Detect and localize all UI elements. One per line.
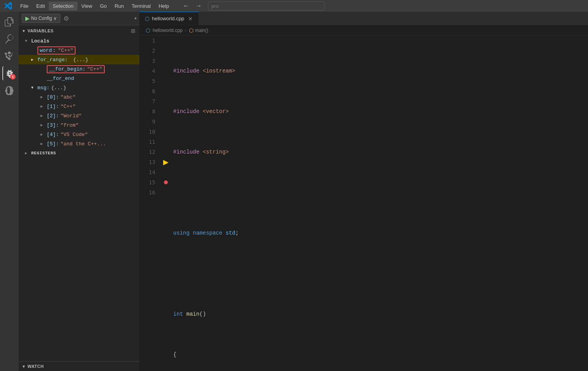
gutter: ▶	[162, 35, 170, 371]
variables-chevron-icon: ▼	[22, 29, 26, 33]
registers-expand-icon: ▶	[25, 151, 31, 155]
code-line-3: #include <string>	[170, 147, 588, 157]
variables-section-header[interactable]: ▼ VARIABLES ⊞	[19, 25, 139, 36]
play-icon: ▶	[25, 15, 30, 21]
back-button[interactable]: ←	[181, 2, 192, 10]
titlebar: File Edit Selection View Go Run Terminal…	[0, 0, 588, 12]
menu-view[interactable]: View	[77, 2, 96, 11]
var-msg[interactable]: ▼ msg: {...}	[19, 83, 139, 92]
vscode-logo-icon	[4, 2, 12, 10]
expand-all-button[interactable]: ⊞	[130, 28, 136, 34]
debug-config-chevron: ∨	[53, 16, 57, 21]
msg-4-expand-icon: ▶	[40, 132, 47, 137]
var-msg-1[interactable]: ▶ [1]: "C++"	[19, 102, 139, 111]
breadcrumb-function[interactable]: ⬡ main()	[189, 27, 208, 34]
breadcrumb-separator: ›	[185, 28, 187, 33]
var-msg-4[interactable]: ▶ [4]: "VS Code"	[19, 130, 139, 139]
code-line-1: #include <iostream>	[170, 66, 588, 76]
watch-chevron-icon: ▼	[22, 364, 26, 369]
registers-label: Registers	[31, 151, 56, 155]
tab-bar: ⬡ helloworld.cpp ✕	[139, 12, 588, 25]
var-word-value: word:"C++"	[37, 46, 76, 55]
menu-file[interactable]: File	[16, 2, 32, 11]
tab-close-button[interactable]: ✕	[188, 16, 193, 22]
debug-toolbar: ▶ No Config ∨ ⚙	[19, 12, 139, 25]
debug-current-arrow-icon: ▶	[163, 159, 169, 166]
code-line-2: #include <vector>	[170, 106, 588, 117]
code-lines: #include <iostream> #include <vector> #i…	[170, 35, 588, 371]
activity-extensions[interactable]	[2, 83, 16, 97]
code-line-8: {	[170, 350, 588, 360]
locals-label: Locals	[31, 38, 49, 44]
debug-sidebar: ▶ No Config ∨ ⚙ ▼ VARIABLES ⊞ ▼ Locals	[19, 12, 139, 371]
breadcrumb-fn-label: main()	[195, 28, 208, 33]
variable-tree: ▼ Locals word:"C++" ▶ for_range: {...}	[19, 36, 139, 361]
activity-bar: 1	[0, 12, 19, 371]
code-line-4	[170, 187, 588, 198]
breakpoint-dot-icon	[164, 180, 168, 184]
var-for-begin[interactable]: __for_begin:"C++"	[19, 64, 139, 74]
var-msg-3[interactable]: ▶ [3]: "from"	[19, 120, 139, 130]
tab-helloworld[interactable]: ⬡ helloworld.cpp ✕	[139, 12, 199, 25]
menu-edit[interactable]: Edit	[32, 2, 49, 11]
var-for-begin-value: __for_begin:"C++"	[47, 65, 105, 73]
global-search-input[interactable]	[208, 2, 325, 11]
breadcrumb: ⬡ helloworld.cpp › ⬡ main()	[139, 25, 588, 35]
msg-2-expand-icon: ▶	[40, 113, 47, 118]
code-content: 1 2 3 4 5 6 7 8 9 10 11 12 13 14 15 16	[139, 35, 588, 371]
variables-actions: ⊞	[130, 28, 136, 34]
msg-5-expand-icon: ▶	[40, 141, 47, 146]
var-for-end[interactable]: __for_end	[19, 74, 139, 83]
watch-section: ▼ WATCH	[19, 361, 139, 371]
var-for-range[interactable]: ▶ for_range: {...}	[19, 55, 139, 64]
activity-explorer[interactable]	[2, 15, 16, 29]
navigation-buttons: ← →	[181, 2, 204, 10]
breadcrumb-file[interactable]: helloworld.cpp	[153, 28, 183, 33]
menu-terminal[interactable]: Terminal	[128, 2, 155, 11]
editor-area: ⬡ helloworld.cpp ✕ ⬡ helloworld.cpp › ⬡ …	[139, 12, 588, 371]
tab-label: helloworld.cpp	[152, 16, 184, 21]
watch-title: WATCH	[27, 364, 44, 369]
locals-expand-icon: ▼	[25, 39, 31, 43]
var-word[interactable]: word:"C++"	[19, 46, 139, 55]
debug-badge: 1	[10, 74, 16, 80]
debug-config-label: No Config	[31, 16, 52, 21]
code-editor[interactable]: 1 2 3 4 5 6 7 8 9 10 11 12 13 14 15 16	[139, 35, 588, 371]
line-numbers: 1 2 3 4 5 6 7 8 9 10 11 12 13 14 15 16	[139, 35, 162, 371]
code-line-6	[170, 269, 588, 279]
var-msg-5[interactable]: ▶ [5]: "and the C++...	[19, 139, 139, 148]
variables-title: VARIABLES	[27, 28, 53, 33]
breadcrumb-fn-icon: ⬡	[189, 27, 194, 34]
for-range-expand-icon: ▶	[31, 57, 37, 62]
msg-0-expand-icon: ▶	[40, 95, 47, 99]
menu-help[interactable]: Help	[155, 2, 173, 11]
titlebar-menu: File Edit Selection View Go Run Terminal…	[16, 2, 173, 11]
code-line-5: using namespace std;	[170, 228, 588, 238]
var-msg-0[interactable]: ▶ [0]: "abc"	[19, 92, 139, 102]
msg-3-expand-icon: ▶	[40, 123, 47, 127]
menu-selection[interactable]: Selection	[49, 2, 77, 11]
activity-source-control[interactable]	[2, 49, 16, 63]
cpp-file-icon: ⬡	[145, 16, 150, 22]
msg-expand-icon: ▼	[31, 86, 37, 90]
activity-debug[interactable]: 1	[2, 66, 16, 80]
menu-run[interactable]: Run	[111, 2, 128, 11]
watch-header[interactable]: ▼ WATCH	[19, 362, 139, 371]
msg-1-expand-icon: ▶	[40, 104, 47, 109]
forward-button[interactable]: →	[193, 2, 204, 10]
status-dot	[135, 18, 136, 19]
breakpoint-line15	[162, 177, 170, 187]
main-container: 1 ▶ No Config ∨ ⚙ ▼ VARIABLES ⊞	[0, 12, 588, 371]
debug-arrow-line13: ▶	[162, 157, 170, 167]
debug-run-button[interactable]: ▶ No Config ∨	[22, 14, 60, 23]
menu-go[interactable]: Go	[96, 2, 111, 11]
code-line-7: int main()	[170, 309, 588, 319]
var-msg-2[interactable]: ▶ [2]: "World"	[19, 111, 139, 120]
activity-search[interactable]	[2, 32, 16, 46]
breadcrumb-file-icon: ⬡	[146, 27, 150, 34]
registers-header[interactable]: ▶ Registers	[19, 148, 139, 158]
locals-header[interactable]: ▼ Locals	[19, 36, 139, 46]
debug-settings-button[interactable]: ⚙	[62, 13, 70, 24]
